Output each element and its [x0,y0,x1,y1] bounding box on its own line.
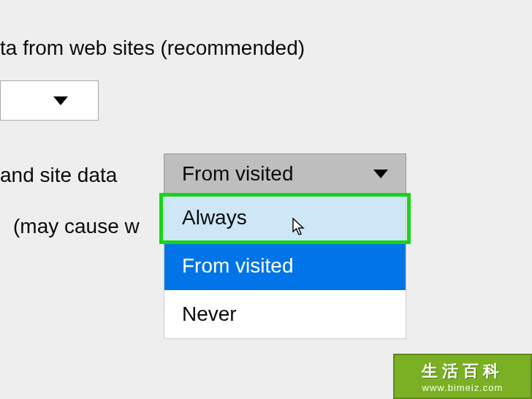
dropdown-option-label: Always [182,206,247,229]
dropdown-selected-label: From visited [182,162,293,186]
dropdown-selected-header[interactable]: From visited [164,153,406,194]
dropdown-options-list: Always From visited Never [164,194,406,339]
dropdown-generic[interactable] [0,80,99,121]
caret-down-icon [373,170,388,178]
dropdown-option-always[interactable]: Always [164,194,406,242]
setting-warning-text: (may cause w [13,215,140,238]
dropdown-option-label: Never [182,303,237,326]
setting-description-line1: ta from web sites (recommended) [0,37,305,60]
dropdown-option-label: From visited [182,254,293,278]
watermark-title: 生活百科 [422,360,503,382]
caret-down-icon [53,96,68,105]
watermark-badge: 生活百科 www.bimeiz.com [393,354,532,399]
dropdown-option-never[interactable]: Never [164,290,406,338]
setting-label-site-data: and site data [0,164,117,187]
watermark-url: www.bimeiz.com [422,382,503,393]
dropdown-third-party-cookies: From visited Always From visited Never [164,153,406,339]
dropdown-option-from-visited[interactable]: From visited [164,242,406,290]
